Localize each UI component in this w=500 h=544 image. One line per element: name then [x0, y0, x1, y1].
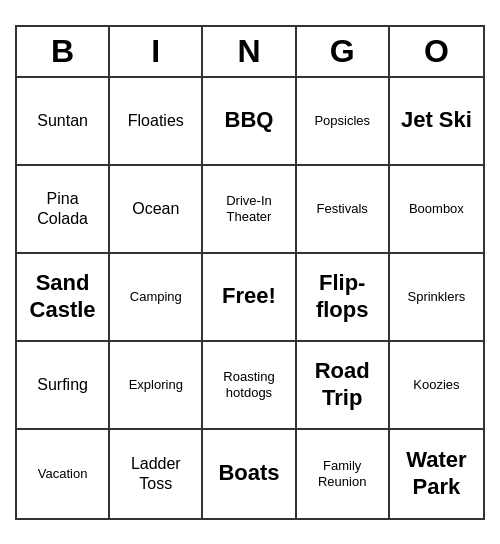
bingo-cell: Camping [110, 254, 203, 342]
cell-text: Drive-In Theater [207, 193, 290, 224]
bingo-cell: Koozies [390, 342, 483, 430]
cell-text: Sand Castle [21, 270, 104, 323]
cell-text: Road Trip [301, 358, 384, 411]
bingo-cell: Flip-flops [297, 254, 390, 342]
cell-text: Koozies [413, 377, 459, 393]
bingo-cell: Drive-In Theater [203, 166, 296, 254]
bingo-cell: Water Park [390, 430, 483, 518]
bingo-cell: Surfing [17, 342, 110, 430]
cell-text: Roasting hotdogs [207, 369, 290, 400]
cell-text: Pina Colada [21, 189, 104, 227]
bingo-cell: Suntan [17, 78, 110, 166]
cell-text: Boats [218, 460, 279, 486]
header-letter: N [203, 27, 296, 76]
cell-text: Surfing [37, 375, 88, 394]
cell-text: Family Reunion [301, 458, 384, 489]
bingo-cell: Exploring [110, 342, 203, 430]
bingo-cell: BBQ [203, 78, 296, 166]
bingo-cell: Boats [203, 430, 296, 518]
header-letter: O [390, 27, 483, 76]
cell-text: Water Park [394, 447, 479, 500]
cell-text: Camping [130, 289, 182, 305]
cell-text: Jet Ski [401, 107, 472, 133]
bingo-cell: Jet Ski [390, 78, 483, 166]
bingo-grid: SuntanFloatiesBBQPopsiclesJet SkiPina Co… [17, 78, 483, 518]
cell-text: Vacation [38, 466, 88, 482]
header-letter: B [17, 27, 110, 76]
bingo-cell: Roasting hotdogs [203, 342, 296, 430]
bingo-cell: Festivals [297, 166, 390, 254]
bingo-cell: Free! [203, 254, 296, 342]
cell-text: BBQ [225, 107, 274, 133]
header-letter: I [110, 27, 203, 76]
bingo-cell: Popsicles [297, 78, 390, 166]
bingo-cell: Sprinklers [390, 254, 483, 342]
bingo-cell: Boombox [390, 166, 483, 254]
bingo-cell: Ladder Toss [110, 430, 203, 518]
cell-text: Exploring [129, 377, 183, 393]
header-letter: G [297, 27, 390, 76]
cell-text: Suntan [37, 111, 88, 130]
bingo-cell: Vacation [17, 430, 110, 518]
cell-text: Ocean [132, 199, 179, 218]
cell-text: Sprinklers [407, 289, 465, 305]
cell-text: Ladder Toss [114, 454, 197, 492]
bingo-header: BINGO [17, 27, 483, 78]
bingo-cell: Family Reunion [297, 430, 390, 518]
bingo-cell: Pina Colada [17, 166, 110, 254]
bingo-card: BINGO SuntanFloatiesBBQPopsiclesJet SkiP… [15, 25, 485, 520]
cell-text: Flip-flops [301, 270, 384, 323]
cell-text: Boombox [409, 201, 464, 217]
bingo-cell: Sand Castle [17, 254, 110, 342]
bingo-cell: Ocean [110, 166, 203, 254]
bingo-cell: Road Trip [297, 342, 390, 430]
cell-text: Free! [222, 283, 276, 309]
cell-text: Festivals [317, 201, 368, 217]
cell-text: Floaties [128, 111, 184, 130]
bingo-cell: Floaties [110, 78, 203, 166]
cell-text: Popsicles [314, 113, 370, 129]
